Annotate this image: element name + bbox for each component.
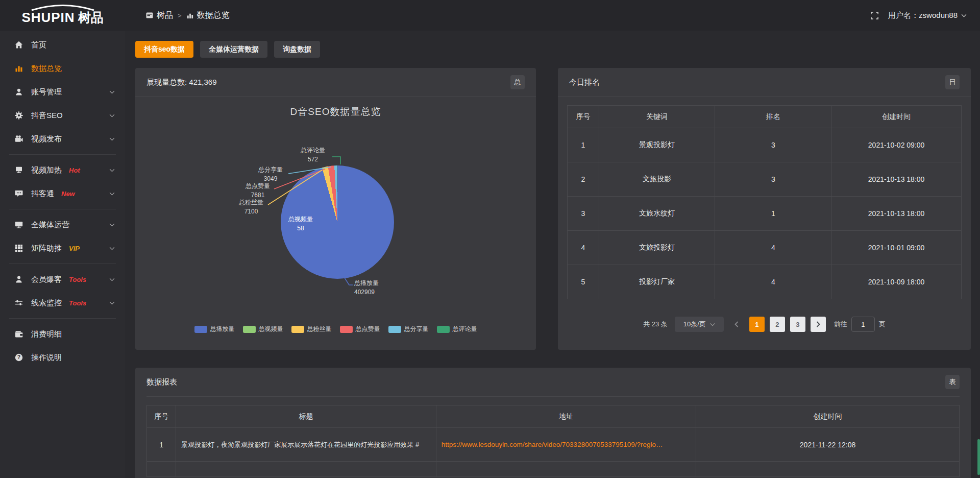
legend-item[interactable]: 总分享量 bbox=[388, 325, 429, 333]
sidebar-item-video-heat[interactable]: 视频加热 Hot bbox=[0, 158, 125, 182]
prev-page-button[interactable] bbox=[729, 317, 744, 332]
legend-item[interactable]: 总点赞量 bbox=[340, 325, 380, 333]
user-menu[interactable]: 用户名：zswodun88 bbox=[888, 11, 967, 20]
cell-index: 1 bbox=[147, 428, 176, 462]
overview-badge-button[interactable]: 总 bbox=[510, 75, 525, 89]
legend-label: 总播放量 bbox=[210, 325, 235, 333]
ranking-table: 序号 关键词 排名 创建时间 1 景观投影灯 3 2021-10-02 09:0… bbox=[567, 105, 962, 299]
sidebar-item-matrix-boost[interactable]: 矩阵助推 VIP bbox=[0, 236, 125, 260]
table-row-partial bbox=[147, 462, 960, 477]
wallet-icon bbox=[14, 329, 23, 339]
ranking-panel: 今日排名 日 序号 关键词 排名 创建时间 bbox=[558, 68, 971, 350]
scrollbar-thumb[interactable] bbox=[977, 439, 980, 475]
tools-badge: Tools bbox=[69, 276, 86, 283]
chevron-down-icon bbox=[710, 323, 715, 326]
sidebar-item-doukertong[interactable]: 抖客通 New bbox=[0, 182, 125, 205]
home-icon bbox=[14, 40, 23, 50]
chevron-down-icon bbox=[109, 114, 115, 117]
sidebar-item-lead-monitor[interactable]: 线索监控 Tools bbox=[0, 291, 125, 315]
sidebar-item-help[interactable]: ? 操作说明 bbox=[0, 346, 125, 369]
table-row: 3 文旅水纹灯 1 2021-10-13 18:00 bbox=[568, 197, 962, 231]
col-url: 地址 bbox=[436, 405, 696, 428]
sidebar-item-label: 账号管理 bbox=[31, 87, 62, 97]
sidebar-item-media-operation[interactable]: 全媒体运营 bbox=[0, 213, 125, 236]
grid-icon bbox=[14, 244, 23, 253]
legend-item[interactable]: 总粉丝量 bbox=[291, 325, 332, 333]
cell-keyword: 文旅投影 bbox=[599, 162, 715, 197]
sidebar-item-douyin-seo[interactable]: 抖音SEO bbox=[0, 104, 125, 127]
sidebar-item-label: 抖音SEO bbox=[31, 111, 63, 121]
legend-label: 总视频量 bbox=[259, 325, 283, 333]
report-badge-button[interactable]: 表 bbox=[945, 375, 960, 389]
legend-item[interactable]: 总视频量 bbox=[243, 325, 283, 333]
pie-label-fans: 总粉丝量7100 bbox=[235, 198, 267, 216]
col-created: 创建时间 bbox=[696, 405, 960, 428]
sidebar-item-member-burst[interactable]: 会员爆客 Tools bbox=[0, 268, 125, 291]
sidebar-item-label: 数据总览 bbox=[31, 64, 62, 74]
cell-index: 2 bbox=[568, 162, 599, 197]
bar-chart-icon bbox=[14, 64, 23, 73]
sidebar-item-spend-detail[interactable]: 消费明细 bbox=[0, 322, 125, 346]
cell-rank: 4 bbox=[715, 231, 831, 265]
cell-index: 5 bbox=[568, 265, 599, 299]
tab-media-operation-data[interactable]: 全媒体运营数据 bbox=[200, 41, 267, 58]
legend-chip-icon bbox=[340, 326, 353, 333]
username-label: 用户名：zswodun88 bbox=[888, 11, 958, 20]
legend-label: 总分享量 bbox=[404, 325, 429, 333]
legend-label: 总评论量 bbox=[453, 325, 477, 333]
sidebar-item-home[interactable]: 首页 bbox=[0, 33, 125, 57]
next-page-button[interactable] bbox=[811, 317, 826, 332]
pie-label-videos: 总视频量58 bbox=[283, 214, 318, 233]
page-button-3[interactable]: 3 bbox=[790, 317, 805, 332]
sidebar-item-account[interactable]: 账号管理 bbox=[0, 80, 125, 104]
chevron-down-icon bbox=[109, 137, 115, 141]
legend-chip-icon bbox=[194, 326, 207, 333]
logo-zone: SHUPIN 树品 bbox=[0, 0, 125, 31]
ranking-badge-button[interactable]: 日 bbox=[945, 75, 960, 89]
new-badge: New bbox=[61, 190, 75, 198]
legend-item[interactable]: 总评论量 bbox=[437, 325, 477, 333]
col-keyword: 关键词 bbox=[599, 106, 715, 128]
fullscreen-button[interactable] bbox=[870, 11, 879, 20]
breadcrumb-page[interactable]: 数据总览 bbox=[186, 10, 230, 21]
sidebar-item-label: 全媒体运营 bbox=[31, 220, 69, 230]
table-header-row: 序号 关键词 排名 创建时间 bbox=[568, 106, 962, 128]
sidebar-item-label: 消费明细 bbox=[31, 329, 62, 339]
topbar: SHUPIN 树品 树品 > 数据总览 用户名： bbox=[0, 0, 980, 31]
pie-label-likes: 总点赞量7681 bbox=[241, 181, 274, 200]
breadcrumb-app-label: 树品 bbox=[157, 10, 173, 21]
cell-created: 2021-10-13 18:00 bbox=[831, 197, 962, 231]
overview-total-label: 展现量总数: 421,369 bbox=[146, 78, 217, 87]
vip-badge: VIP bbox=[69, 245, 80, 252]
brand-logo[interactable]: SHUPIN 树品 bbox=[21, 5, 103, 26]
breadcrumb-app[interactable]: 树品 bbox=[145, 10, 173, 21]
sidebar-item-label: 矩阵助推 bbox=[31, 244, 62, 253]
sidebar-item-label: 视频发布 bbox=[31, 134, 62, 144]
data-tabs: 抖音seo数据 全媒体运营数据 询盘数据 bbox=[135, 41, 971, 58]
page-size-select[interactable]: 10条/页 bbox=[675, 317, 724, 332]
ranking-title: 今日排名 bbox=[569, 78, 600, 87]
sidebar-item-video-publish[interactable]: 视频发布 bbox=[0, 127, 125, 151]
cell-created: 2021-10-02 09:00 bbox=[831, 128, 962, 162]
gear-icon bbox=[14, 111, 23, 120]
sidebar-divider bbox=[9, 209, 116, 209]
tab-douyin-seo-data[interactable]: 抖音seo数据 bbox=[135, 41, 193, 58]
sliders-icon bbox=[14, 298, 23, 307]
col-created: 创建时间 bbox=[831, 106, 962, 128]
goto-page-input[interactable] bbox=[851, 317, 875, 332]
page-button-2[interactable]: 2 bbox=[770, 317, 785, 332]
fullscreen-icon bbox=[870, 11, 879, 20]
chevron-down-icon bbox=[109, 90, 115, 94]
legend-item[interactable]: 总播放量 bbox=[194, 325, 235, 333]
sidebar-item-data-overview[interactable]: 数据总览 bbox=[0, 57, 125, 80]
cell-created: 2021-10-13 18:00 bbox=[831, 162, 962, 197]
page-size-value: 10条/页 bbox=[683, 320, 706, 329]
billboard-icon bbox=[14, 165, 23, 175]
page-button-1[interactable]: 1 bbox=[749, 317, 765, 332]
sidebar-item-label: 抖客通 bbox=[31, 189, 54, 199]
tab-inquiry-data[interactable]: 询盘数据 bbox=[274, 41, 320, 58]
video-link[interactable]: https://www.iesdouyin.com/share/video/70… bbox=[442, 441, 663, 448]
goto-label: 前往 bbox=[834, 320, 847, 329]
report-panel: 数据报表 表 序号 标题 地址 创建时间 1 景观投影灯，夜游景观投影灯厂家展示… bbox=[135, 368, 971, 478]
sidebar-item-label: 线索监控 bbox=[31, 298, 62, 308]
